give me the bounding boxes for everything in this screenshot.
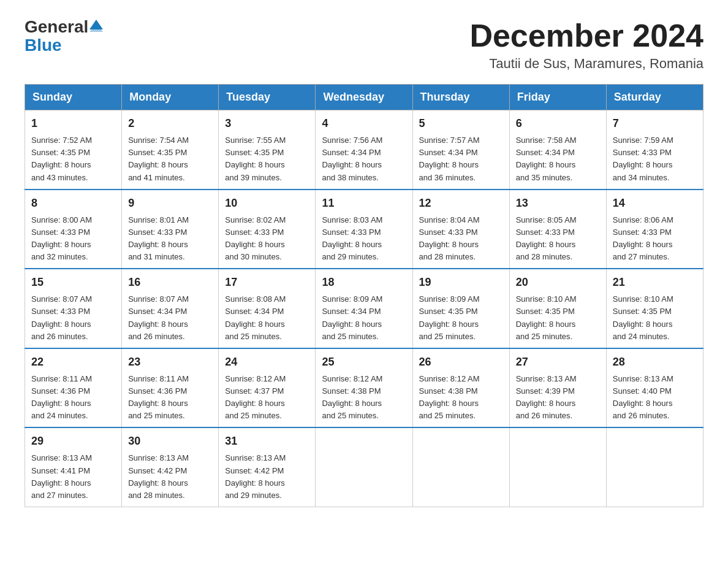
calendar-cell: 12Sunrise: 8:04 AMSunset: 4:33 PMDayligh… <box>412 190 509 269</box>
day-info: Sunrise: 8:07 AMSunset: 4:33 PMDaylight:… <box>31 293 115 343</box>
calendar-cell: 23Sunrise: 8:11 AMSunset: 4:36 PMDayligh… <box>122 348 219 428</box>
week-row-1: 1Sunrise: 7:52 AMSunset: 4:35 PMDaylight… <box>25 110 703 190</box>
calendar-cell: 3Sunrise: 7:55 AMSunset: 4:35 PMDaylight… <box>219 110 316 190</box>
logo: General Blue <box>25 18 103 54</box>
logo-text-general: General <box>25 18 88 36</box>
day-info: Sunrise: 8:09 AMSunset: 4:34 PMDaylight:… <box>322 293 406 343</box>
day-info: Sunrise: 8:05 AMSunset: 4:33 PMDaylight:… <box>516 214 600 264</box>
col-header-tuesday: Tuesday <box>219 85 316 110</box>
day-number: 28 <box>613 354 697 370</box>
day-number: 16 <box>128 274 212 291</box>
calendar-cell: 25Sunrise: 8:12 AMSunset: 4:38 PMDayligh… <box>316 348 412 428</box>
days-header-row: SundayMondayTuesdayWednesdayThursdayFrid… <box>25 85 703 110</box>
day-number: 14 <box>613 195 697 212</box>
col-header-sunday: Sunday <box>25 85 122 110</box>
calendar-cell: 2Sunrise: 7:54 AMSunset: 4:35 PMDaylight… <box>122 110 219 190</box>
calendar-cell: 31Sunrise: 8:13 AMSunset: 4:42 PMDayligh… <box>219 427 316 507</box>
day-number: 21 <box>613 274 697 291</box>
day-info: Sunrise: 7:58 AMSunset: 4:34 PMDaylight:… <box>516 134 600 184</box>
day-info: Sunrise: 8:13 AMSunset: 4:39 PMDaylight:… <box>516 373 600 423</box>
day-number: 27 <box>516 354 600 370</box>
calendar-cell: 24Sunrise: 8:12 AMSunset: 4:37 PMDayligh… <box>219 348 316 428</box>
title-area: December 2024 Tautii de Sus, Maramures, … <box>469 18 703 72</box>
day-number: 1 <box>31 115 115 132</box>
day-info: Sunrise: 7:55 AMSunset: 4:35 PMDaylight:… <box>225 134 309 184</box>
calendar-table: SundayMondayTuesdayWednesdayThursdayFrid… <box>25 84 703 507</box>
calendar-cell: 19Sunrise: 8:09 AMSunset: 4:35 PMDayligh… <box>412 269 509 348</box>
calendar-cell: 27Sunrise: 8:13 AMSunset: 4:39 PMDayligh… <box>509 348 606 428</box>
day-info: Sunrise: 8:10 AMSunset: 4:35 PMDaylight:… <box>613 293 697 343</box>
day-info: Sunrise: 8:01 AMSunset: 4:33 PMDaylight:… <box>128 214 212 264</box>
calendar-cell: 30Sunrise: 8:13 AMSunset: 4:42 PMDayligh… <box>122 427 219 507</box>
day-info: Sunrise: 8:07 AMSunset: 4:34 PMDaylight:… <box>128 293 212 343</box>
logo-text-blue: Blue <box>25 37 62 54</box>
day-number: 3 <box>225 115 309 132</box>
calendar-cell: 14Sunrise: 8:06 AMSunset: 4:33 PMDayligh… <box>606 190 703 269</box>
col-header-saturday: Saturday <box>606 85 703 110</box>
day-number: 26 <box>419 354 503 370</box>
day-info: Sunrise: 8:00 AMSunset: 4:33 PMDaylight:… <box>31 214 115 264</box>
day-number: 12 <box>419 195 503 212</box>
day-number: 2 <box>128 115 212 132</box>
day-info: Sunrise: 8:12 AMSunset: 4:38 PMDaylight:… <box>419 373 503 423</box>
week-row-3: 15Sunrise: 8:07 AMSunset: 4:33 PMDayligh… <box>25 269 703 348</box>
day-number: 10 <box>225 195 309 212</box>
day-number: 31 <box>225 433 309 450</box>
day-info: Sunrise: 7:52 AMSunset: 4:35 PMDaylight:… <box>31 134 115 184</box>
calendar-cell: 22Sunrise: 8:11 AMSunset: 4:36 PMDayligh… <box>25 348 122 428</box>
day-info: Sunrise: 7:56 AMSunset: 4:34 PMDaylight:… <box>322 134 406 184</box>
day-number: 29 <box>31 433 115 450</box>
calendar-cell: 26Sunrise: 8:12 AMSunset: 4:38 PMDayligh… <box>412 348 509 428</box>
week-row-5: 29Sunrise: 8:13 AMSunset: 4:41 PMDayligh… <box>25 427 703 507</box>
calendar-cell: 10Sunrise: 8:02 AMSunset: 4:33 PMDayligh… <box>219 190 316 269</box>
col-header-friday: Friday <box>509 85 606 110</box>
day-number: 4 <box>322 115 406 132</box>
day-number: 23 <box>128 354 212 370</box>
col-header-thursday: Thursday <box>412 85 509 110</box>
day-number: 30 <box>128 433 212 450</box>
day-number: 19 <box>419 274 503 291</box>
col-header-wednesday: Wednesday <box>316 85 412 110</box>
day-number: 11 <box>322 195 406 212</box>
day-info: Sunrise: 8:11 AMSunset: 4:36 PMDaylight:… <box>31 373 115 423</box>
day-number: 6 <box>516 115 600 132</box>
calendar-cell <box>316 427 412 507</box>
day-info: Sunrise: 7:59 AMSunset: 4:33 PMDaylight:… <box>613 134 697 184</box>
day-info: Sunrise: 8:08 AMSunset: 4:34 PMDaylight:… <box>225 293 309 343</box>
calendar-cell: 5Sunrise: 7:57 AMSunset: 4:34 PMDaylight… <box>412 110 509 190</box>
calendar-cell: 16Sunrise: 8:07 AMSunset: 4:34 PMDayligh… <box>122 269 219 348</box>
page-header: General Blue December 2024 Tautii de Sus… <box>25 18 703 72</box>
calendar-cell: 28Sunrise: 8:13 AMSunset: 4:40 PMDayligh… <box>606 348 703 428</box>
day-number: 25 <box>322 354 406 370</box>
day-number: 20 <box>516 274 600 291</box>
day-info: Sunrise: 8:09 AMSunset: 4:35 PMDaylight:… <box>419 293 503 343</box>
calendar-cell: 9Sunrise: 8:01 AMSunset: 4:33 PMDaylight… <box>122 190 219 269</box>
day-info: Sunrise: 8:10 AMSunset: 4:35 PMDaylight:… <box>516 293 600 343</box>
day-info: Sunrise: 8:12 AMSunset: 4:38 PMDaylight:… <box>322 373 406 423</box>
day-info: Sunrise: 8:11 AMSunset: 4:36 PMDaylight:… <box>128 373 212 423</box>
week-row-4: 22Sunrise: 8:11 AMSunset: 4:36 PMDayligh… <box>25 348 703 428</box>
calendar-cell: 6Sunrise: 7:58 AMSunset: 4:34 PMDaylight… <box>509 110 606 190</box>
calendar-cell: 8Sunrise: 8:00 AMSunset: 4:33 PMDaylight… <box>25 190 122 269</box>
calendar-cell: 7Sunrise: 7:59 AMSunset: 4:33 PMDaylight… <box>606 110 703 190</box>
day-info: Sunrise: 8:13 AMSunset: 4:42 PMDaylight:… <box>225 452 309 502</box>
calendar-subtitle: Tautii de Sus, Maramures, Romania <box>469 56 703 72</box>
day-info: Sunrise: 8:06 AMSunset: 4:33 PMDaylight:… <box>613 214 697 264</box>
calendar-cell: 11Sunrise: 8:03 AMSunset: 4:33 PMDayligh… <box>316 190 412 269</box>
day-number: 18 <box>322 274 406 291</box>
day-info: Sunrise: 7:54 AMSunset: 4:35 PMDaylight:… <box>128 134 212 184</box>
day-number: 22 <box>31 354 115 370</box>
day-number: 9 <box>128 195 212 212</box>
day-info: Sunrise: 8:04 AMSunset: 4:33 PMDaylight:… <box>419 214 503 264</box>
calendar-cell <box>606 427 703 507</box>
calendar-cell: 18Sunrise: 8:09 AMSunset: 4:34 PMDayligh… <box>316 269 412 348</box>
day-number: 17 <box>225 274 309 291</box>
calendar-cell: 4Sunrise: 7:56 AMSunset: 4:34 PMDaylight… <box>316 110 412 190</box>
day-number: 15 <box>31 274 115 291</box>
col-header-monday: Monday <box>122 85 219 110</box>
day-info: Sunrise: 8:13 AMSunset: 4:41 PMDaylight:… <box>31 452 115 502</box>
day-info: Sunrise: 8:03 AMSunset: 4:33 PMDaylight:… <box>322 214 406 264</box>
calendar-cell <box>509 427 606 507</box>
day-number: 24 <box>225 354 309 370</box>
calendar-cell: 13Sunrise: 8:05 AMSunset: 4:33 PMDayligh… <box>509 190 606 269</box>
